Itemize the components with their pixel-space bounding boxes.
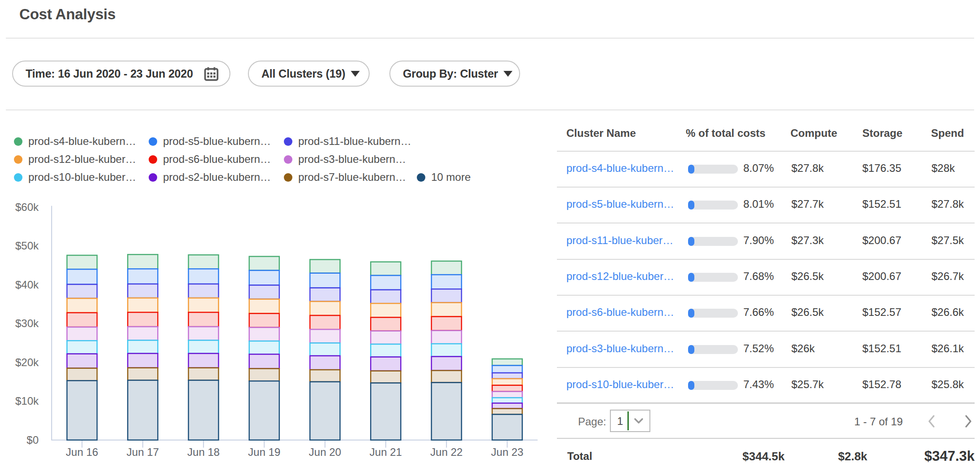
- storage-value: $200.67: [862, 234, 901, 247]
- page-select[interactable]: 1: [610, 410, 650, 432]
- page-select-accent: [627, 411, 629, 430]
- spend-value: $28k: [931, 162, 955, 175]
- storage-value: $200.67: [862, 270, 901, 283]
- svg-text:$30k: $30k: [15, 317, 39, 329]
- cluster-name-link[interactable]: prod-s10-blue-kuber…: [566, 378, 674, 391]
- pct-bar-fill: [688, 381, 694, 390]
- pct-bar-fill: [688, 201, 694, 210]
- spend-value: $26.7k: [931, 270, 964, 283]
- col-header-cluster-name: Cluster Name: [566, 127, 636, 140]
- table-row: prod-s6-blue-kubern…7.66%$26.5k$152.57$2…: [557, 295, 975, 332]
- spend-value: $26.1k: [931, 342, 964, 355]
- table-row: prod-s3-blue-kubern…7.52%$26k$152.51$26.…: [557, 332, 975, 368]
- cluster-name-link[interactable]: prod-s4-blue-kubern…: [566, 162, 674, 175]
- pct-value: 7.68%: [743, 270, 774, 283]
- pct-value: 8.07%: [743, 162, 774, 175]
- pct-bar-track: [688, 345, 738, 354]
- pct-bar-track: [688, 237, 738, 246]
- stacked-bar-chart: $0$10k$20k$30k$40k$50k$60kJun 16Jun 17Ju…: [0, 0, 552, 472]
- spend-value: $25.8k: [931, 378, 964, 391]
- pct-bar-track: [688, 309, 738, 318]
- prev-page-button[interactable]: [927, 415, 936, 428]
- svg-text:Jun 19: Jun 19: [248, 446, 280, 458]
- spend-value: $26.6k: [931, 306, 964, 319]
- pct-value: 7.43%: [743, 378, 774, 391]
- table-row: prod-s12-blue-kuber…7.68%$26.5k$200.67$2…: [557, 259, 975, 296]
- cluster-name-link[interactable]: prod-s12-blue-kuber…: [566, 270, 674, 283]
- pct-value: 7.90%: [743, 234, 774, 247]
- table-row: prod-s5-blue-kubern…8.01%$27.7k$152.51$2…: [557, 187, 975, 223]
- pct-value: 7.52%: [743, 342, 774, 355]
- svg-text:Jun 17: Jun 17: [127, 446, 159, 458]
- svg-text:Jun 20: Jun 20: [309, 446, 341, 458]
- col-header-pct: % of total costs: [686, 127, 765, 140]
- pct-value: 7.66%: [743, 306, 774, 319]
- cluster-name-link[interactable]: prod-s11-blue-kuber…: [566, 234, 673, 247]
- page-label: Page:: [578, 415, 606, 428]
- next-page-button[interactable]: [964, 415, 973, 428]
- compute-value: $26k: [791, 342, 815, 355]
- svg-text:Jun 16: Jun 16: [66, 446, 98, 458]
- spend-value: $27.8k: [931, 198, 964, 210]
- pct-bar-fill: [688, 165, 694, 174]
- svg-text:$50k: $50k: [15, 240, 39, 252]
- svg-text:Jun 23: Jun 23: [491, 446, 523, 458]
- table-row: prod-s11-blue-kuber…7.90%$27.3k$200.67$2…: [557, 223, 975, 260]
- compute-value: $26.5k: [791, 270, 824, 283]
- svg-text:$40k: $40k: [15, 279, 39, 291]
- compute-value: $27.7k: [791, 198, 824, 210]
- svg-text:Jun 18: Jun 18: [187, 446, 220, 458]
- storage-value: $152.57: [862, 306, 901, 319]
- table-row: prod-s10-blue-kuber…7.43%$25.7k$152.78$2…: [557, 367, 975, 404]
- pct-bar-fill: [688, 273, 694, 282]
- svg-text:Jun 22: Jun 22: [430, 446, 463, 458]
- total-storage: $2.8k: [838, 450, 867, 463]
- compute-value: $27.8k: [791, 162, 824, 175]
- pct-bar-track: [688, 381, 738, 390]
- storage-value: $152.51: [862, 198, 901, 210]
- pct-bar-track: [688, 201, 738, 210]
- svg-text:$0: $0: [26, 434, 39, 446]
- storage-value: $152.51: [862, 342, 901, 355]
- pct-bar-track: [688, 273, 738, 282]
- pct-bar-fill: [688, 309, 694, 318]
- cost-analysis-page: Cost Analysis Time: 16 Jun 2020 - 23 Jun…: [0, 0, 980, 472]
- pct-value: 8.01%: [743, 198, 774, 210]
- storage-value: $176.35: [862, 162, 901, 175]
- svg-text:$10k: $10k: [15, 395, 39, 407]
- compute-value: $27.3k: [791, 234, 824, 247]
- table-row: prod-s4-blue-kubern…8.07%$27.8k$176.35$2…: [557, 151, 975, 188]
- compute-value: $25.7k: [791, 378, 824, 391]
- col-header-storage: Storage: [862, 127, 902, 140]
- col-header-compute: Compute: [790, 127, 837, 140]
- total-label: Total: [567, 450, 592, 463]
- cluster-name-link[interactable]: prod-s3-blue-kubern…: [566, 342, 674, 355]
- cluster-name-link[interactable]: prod-s6-blue-kubern…: [566, 306, 674, 319]
- svg-text:$60k: $60k: [15, 201, 39, 213]
- spend-value: $27.5k: [931, 234, 964, 247]
- compute-value: $26.5k: [791, 306, 824, 319]
- page-select-value: 1: [617, 415, 623, 428]
- chevron-down-icon: [632, 417, 645, 426]
- svg-text:$20k: $20k: [15, 356, 39, 368]
- pct-bar-fill: [688, 237, 694, 246]
- pagination-range: 1 - 7 of 19: [854, 415, 903, 428]
- pct-bar-fill: [688, 345, 694, 354]
- total-spend: $347.3k: [924, 448, 975, 464]
- cluster-name-link[interactable]: prod-s5-blue-kubern…: [566, 198, 674, 210]
- storage-value: $152.78: [862, 378, 901, 391]
- total-compute: $344.5k: [742, 450, 785, 463]
- pct-bar-track: [688, 165, 738, 174]
- svg-text:Jun 21: Jun 21: [370, 446, 402, 458]
- col-header-spend: Spend: [931, 127, 964, 140]
